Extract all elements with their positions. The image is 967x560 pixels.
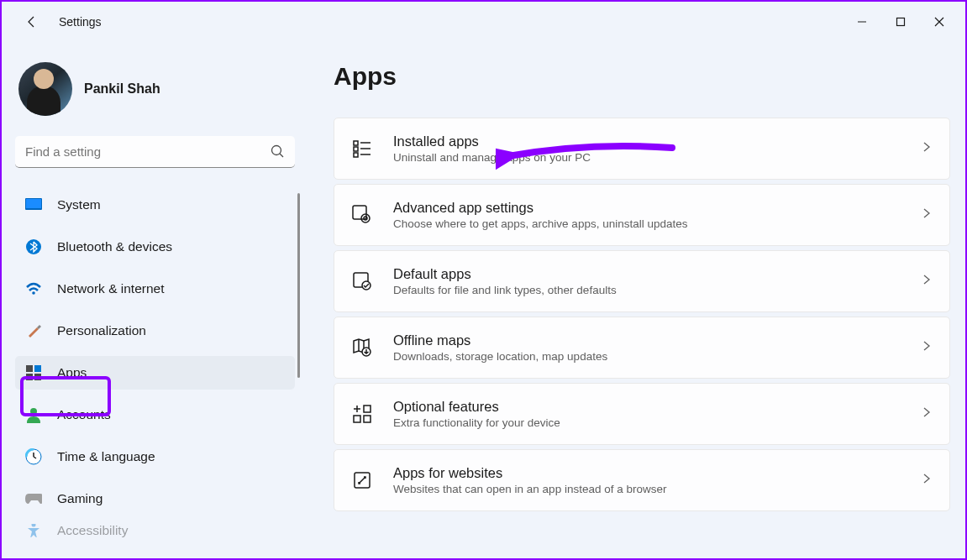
person-icon — [25, 406, 42, 423]
card-title: Offline maps — [393, 332, 921, 348]
card-subtitle: Websites that can open in an app instead… — [393, 483, 921, 495]
avatar — [18, 62, 72, 116]
card-subtitle: Downloads, storage location, map updates — [393, 350, 921, 363]
scrollbar[interactable] — [297, 193, 300, 378]
svg-point-15 — [32, 524, 36, 527]
apps-icon — [25, 364, 42, 381]
content: Apps Installed appsUninstall and manage … — [308, 42, 965, 558]
chevron-right-icon — [921, 274, 933, 289]
window-controls — [843, 8, 959, 35]
sidebar-item-label: Personalization — [57, 323, 146, 338]
svg-rect-5 — [26, 199, 41, 208]
svg-rect-18 — [354, 153, 358, 157]
chevron-right-icon — [921, 207, 933, 222]
maximize-button[interactable] — [881, 8, 920, 35]
accessibility-icon — [25, 524, 42, 537]
map-icon — [351, 337, 373, 359]
card-title: Advanced app settings — [393, 200, 921, 216]
chevron-right-icon — [921, 473, 933, 488]
check-box-icon — [351, 270, 373, 292]
sidebar-item-label: Network & internet — [57, 281, 165, 296]
gear-box-icon — [351, 204, 373, 226]
sidebar-item-label: Gaming — [57, 491, 102, 506]
sidebar-item-apps[interactable]: Apps — [15, 356, 295, 390]
sidebar-item-system[interactable]: System — [15, 188, 295, 222]
sidebar-item-time[interactable]: Time & language — [15, 440, 295, 474]
sidebar-item-network[interactable]: Network & internet — [15, 272, 295, 306]
svg-rect-28 — [364, 406, 371, 412]
sidebar-item-personalization[interactable]: Personalization — [15, 314, 295, 348]
titlebar: Settings — [2, 2, 965, 42]
svg-rect-10 — [26, 374, 33, 380]
svg-rect-30 — [364, 416, 371, 422]
search-box — [15, 136, 295, 168]
clock-icon — [25, 448, 42, 465]
close-button[interactable] — [920, 8, 959, 35]
sidebar-item-label: Time & language — [57, 449, 155, 464]
svg-rect-8 — [26, 365, 33, 372]
sidebar-item-label: Accounts — [57, 407, 111, 422]
plus-grid-icon — [351, 403, 373, 425]
chevron-right-icon — [921, 141, 933, 156]
sidebar-item-label: Bluetooth & devices — [57, 239, 172, 254]
svg-line-3 — [280, 154, 283, 157]
card-title: Installed apps — [393, 133, 921, 149]
page-title: Apps — [334, 62, 950, 91]
gamepad-icon — [25, 490, 42, 507]
brush-icon — [25, 322, 42, 339]
svg-rect-1 — [897, 18, 905, 26]
sidebar-item-label: Apps — [57, 365, 87, 380]
sidebar-item-label: System — [57, 197, 101, 212]
bluetooth-icon — [25, 238, 42, 255]
card-title: Optional features — [393, 399, 921, 415]
card-subtitle: Uninstall and manage apps on your PC — [393, 151, 921, 164]
card-advanced-app-settings[interactable]: Advanced app settingsChoose where to get… — [334, 184, 950, 246]
search-input[interactable] — [15, 136, 295, 168]
card-title: Apps for websites — [393, 465, 921, 481]
minimize-button[interactable] — [843, 8, 881, 35]
svg-rect-9 — [34, 365, 41, 372]
card-installed-apps[interactable]: Installed appsUninstall and manage apps … — [334, 118, 950, 180]
sidebar-item-accessibility[interactable]: Accessibility — [15, 524, 295, 537]
profile[interactable]: Pankil Shah — [15, 42, 295, 136]
sidebar-item-accounts[interactable]: Accounts — [15, 398, 295, 432]
monitor-icon — [25, 196, 42, 213]
sidebar: Pankil Shah System Bluetooth & devices N… — [2, 42, 308, 558]
card-subtitle: Defaults for file and link types, other … — [393, 284, 921, 296]
card-title: Default apps — [393, 266, 921, 282]
nav: System Bluetooth & devices Network & int… — [15, 188, 295, 537]
svg-point-2 — [272, 146, 281, 155]
link-box-icon — [351, 469, 373, 491]
card-offline-maps[interactable]: Offline mapsDownloads, storage location,… — [334, 317, 950, 379]
window-title: Settings — [59, 15, 102, 29]
svg-rect-16 — [354, 141, 358, 145]
svg-rect-17 — [354, 147, 358, 151]
sidebar-item-label: Accessibility — [57, 524, 128, 537]
sidebar-item-gaming[interactable]: Gaming — [15, 482, 295, 516]
card-apps-for-websites[interactable]: Apps for websitesWebsites that can open … — [334, 449, 950, 511]
svg-rect-29 — [354, 416, 360, 422]
list-icon — [351, 138, 373, 160]
chevron-right-icon — [921, 406, 933, 421]
back-button[interactable] — [18, 8, 45, 35]
svg-rect-11 — [34, 374, 41, 380]
card-subtitle: Extra functionality for your device — [393, 416, 921, 429]
svg-point-7 — [32, 291, 35, 295]
svg-point-12 — [30, 408, 37, 415]
sidebar-item-bluetooth[interactable]: Bluetooth & devices — [15, 230, 295, 264]
card-optional-features[interactable]: Optional featuresExtra functionality for… — [334, 383, 950, 445]
card-subtitle: Choose where to get apps, archive apps, … — [393, 217, 921, 230]
search-icon — [271, 144, 285, 162]
chevron-right-icon — [921, 340, 933, 355]
user-name: Pankil Shah — [84, 81, 160, 97]
wifi-icon — [25, 280, 42, 297]
card-default-apps[interactable]: Default appsDefaults for file and link t… — [334, 250, 950, 312]
